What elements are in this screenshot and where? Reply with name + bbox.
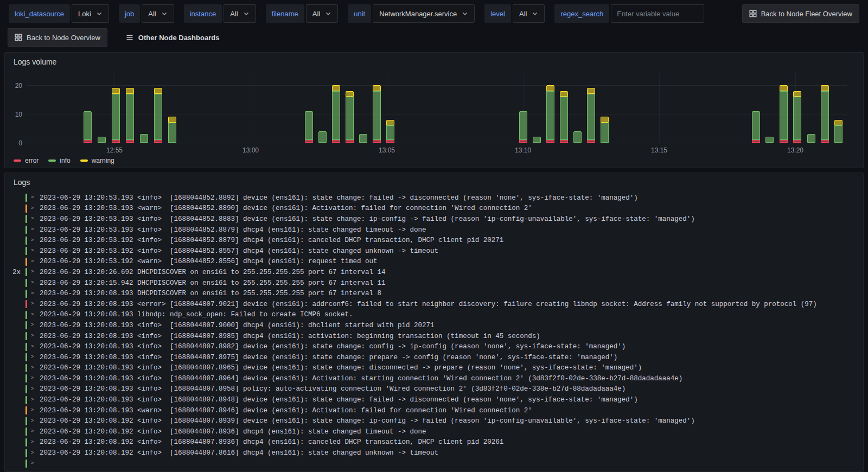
legend-item-warning[interactable]: warning [80,157,114,164]
log-row[interactable]: >2023-06-29 13:20:53.193 <warn> [1688044… [11,203,859,214]
expand-row-chevron-icon[interactable]: > [31,248,37,253]
expand-row-chevron-icon[interactable]: > [31,270,37,275]
log-row[interactable]: >2023-06-29 13:20:08.193 <warn> [1688044… [11,405,859,416]
expand-row-chevron-icon[interactable]: > [31,387,37,392]
expand-row-chevron-icon[interactable]: > [31,323,37,328]
variable-select-loki-datasource[interactable]: Loki [72,4,109,23]
log-row[interactable]: >2023-06-29 13:20:08.193 <info> [1688044… [11,341,859,352]
expand-row-chevron-icon[interactable]: > [31,216,37,221]
bar-segment-warning [126,88,134,94]
legend-item-error[interactable]: error [14,157,39,164]
logs-panel-title[interactable]: Logs [5,173,39,187]
expand-row-chevron-icon[interactable]: > [31,302,37,307]
x-axis-tick-label: 12:55 [103,146,126,154]
expand-row-chevron-icon[interactable]: > [31,259,37,264]
log-row[interactable]: >2023-06-29 13:20:53.193 <info> [1688044… [11,214,859,225]
expand-row-chevron-icon[interactable]: > [31,419,37,424]
log-row[interactable]: 2x>2023-06-29 13:20:26.692 DHCPDISCOVER … [11,267,859,278]
expand-row-chevron-icon[interactable]: > [31,334,37,339]
bar-segment-error [373,140,381,143]
variable-label-instance: instance [184,4,222,23]
stacked-bar [140,134,148,143]
regex-search-input[interactable] [611,4,704,23]
log-line-text: 2023-06-29 13:20:08.193 <info> [16880448… [40,396,638,404]
variable-select-filename[interactable]: All [306,4,338,23]
expand-row-chevron-icon[interactable]: > [31,429,37,434]
stacked-bar [154,88,162,143]
bar-segment-warning [780,85,788,91]
expand-row-chevron-icon[interactable]: > [31,440,37,445]
variable-select-unit[interactable]: NetworkManager.service [373,4,475,23]
expand-row-chevron-icon[interactable]: > [31,461,37,466]
variable-select-job[interactable]: All [142,4,174,23]
log-row[interactable]: >2023-06-29 13:20:08.193 libndp: ndp_soc… [11,310,859,321]
other-node-dashboards-link[interactable]: Other Node Dashboards [126,34,220,42]
gridline [27,114,847,114]
log-level-indicator-error [25,300,27,308]
bar-segment-error [780,140,788,143]
stacked-bar [587,88,595,143]
back-to-node-overview-button[interactable]: Back to Node Overview [8,28,107,47]
log-row[interactable]: > [11,458,859,469]
expand-row-chevron-icon[interactable]: > [31,227,37,232]
back-to-node-fleet-overview-button[interactable]: Back to Node Fleet Overview [742,4,859,23]
variable-label-unit: unit [348,4,371,23]
log-row[interactable]: >2023-06-29 13:20:08.193 <info> [1688044… [11,373,859,384]
log-row[interactable]: >2023-06-29 13:20:08.193 <info> [1688044… [11,394,859,405]
bar-segment-info [154,94,162,140]
log-row[interactable]: >2023-06-29 13:20:08.193 <info> [1688044… [11,331,859,342]
log-row[interactable]: >2023-06-29 13:20:08.192 <info> [1688044… [11,448,859,458]
expand-row-chevron-icon[interactable]: > [31,451,37,456]
variable-select-instance[interactable]: All [224,4,256,23]
log-row[interactable]: >2023-06-29 13:20:08.192 <info> [1688044… [11,437,859,448]
expand-row-chevron-icon[interactable]: > [31,345,37,349]
log-row[interactable]: >2023-06-29 13:20:53.192 <warn> [1688044… [11,257,859,267]
gridline [251,73,251,143]
log-row[interactable]: >2023-06-29 13:20:15.942 DHCPDISCOVER on… [11,278,859,289]
bar-segment-warning [601,117,609,123]
stacked-bar [386,120,394,143]
variable-loki-datasource: loki_datasource Loki [9,4,109,23]
expand-row-chevron-icon[interactable]: > [31,408,37,413]
log-level-indicator-info [25,321,27,329]
log-row[interactable]: >2023-06-29 13:20:08.193 <info> [1688044… [11,352,859,363]
log-level-indicator-info [25,311,27,319]
expand-row-chevron-icon[interactable]: > [31,398,37,403]
log-row[interactable]: >2023-06-29 13:20:53.193 <info> [1688044… [11,225,859,235]
log-line-text: 2023-06-29 13:20:53.193 <info> [16880448… [40,215,695,223]
stacked-bar [112,88,120,143]
log-row[interactable]: >2023-06-29 13:20:08.193 <error> [168804… [11,299,859,310]
bar-segment-info [752,111,760,140]
log-row[interactable]: >2023-06-29 13:20:08.192 <info> [1688044… [11,416,859,426]
expand-row-chevron-icon[interactable]: > [31,291,37,296]
log-line-text: 2023-06-29 13:20:08.192 <info> [16880448… [40,449,438,457]
expand-row-chevron-icon[interactable]: > [31,366,37,371]
log-line-text: 2023-06-29 13:20:53.193 <info> [16880448… [40,226,426,234]
log-row[interactable]: >2023-06-29 13:20:53.192 <info> [1688044… [11,246,859,257]
log-line-text: 2023-06-29 13:20:08.193 <warn> [16880448… [40,407,532,414]
expand-row-chevron-icon[interactable]: > [31,206,37,211]
log-level-indicator-info [25,385,27,393]
stacked-bar [168,117,176,143]
log-row[interactable]: >2023-06-29 13:20:08.193 <info> [1688044… [11,384,859,395]
log-row[interactable]: >2023-06-29 13:20:08.192 <info> [1688044… [11,426,859,437]
log-row[interactable]: >2023-06-29 13:20:53.193 <info> [1688044… [11,193,859,203]
bar-segment-warning [154,88,162,94]
expand-row-chevron-icon[interactable]: > [31,376,37,381]
legend-item-info[interactable]: info [48,157,70,164]
expand-row-chevron-icon[interactable]: > [31,312,37,317]
variable-select-level[interactable]: All [513,4,545,23]
log-row[interactable]: >2023-06-29 13:20:08.193 <info> [1688044… [11,363,859,374]
dashboard-grid-icon [749,10,757,17]
expand-row-chevron-icon[interactable]: > [31,280,37,285]
legend-label: error [25,157,39,164]
log-row[interactable]: >2023-06-29 13:20:08.193 <info> [1688044… [11,320,859,331]
expand-row-chevron-icon[interactable]: > [31,355,37,360]
gridline [27,143,847,143]
expand-row-chevron-icon[interactable]: > [31,238,37,243]
expand-row-chevron-icon[interactable]: > [31,195,37,200]
log-row[interactable]: >2023-06-29 13:20:08.193 DHCPDISCOVER on… [11,288,859,299]
dashboard-links-row: Back to Node Overview Other Node Dashboa… [0,23,868,47]
log-row[interactable]: >2023-06-29 13:20:53.192 <info> [1688044… [11,235,859,246]
bar-segment-info [112,94,120,140]
